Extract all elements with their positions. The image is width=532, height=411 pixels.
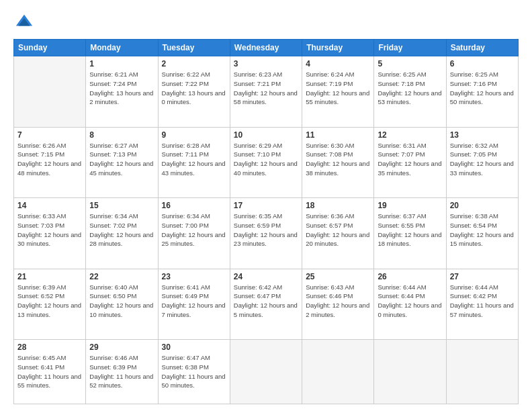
day-number: 24 xyxy=(234,272,298,281)
day-number: 11 xyxy=(306,130,370,140)
day-number: 13 xyxy=(450,130,515,140)
day-number: 8 xyxy=(89,130,154,140)
day-number: 30 xyxy=(162,342,226,352)
calendar-cell: 30Sunrise: 6:47 AM Sunset: 6:38 PM Dayli… xyxy=(158,340,230,404)
calendar-cell: 14Sunrise: 6:33 AM Sunset: 7:03 PM Dayli… xyxy=(14,198,86,269)
day-info: Sunrise: 6:35 AM Sunset: 6:59 PM Dayligh… xyxy=(234,212,298,248)
calendar-cell: 2Sunrise: 6:22 AM Sunset: 7:22 PM Daylig… xyxy=(158,56,230,128)
day-info: Sunrise: 6:25 AM Sunset: 7:16 PM Dayligh… xyxy=(450,70,515,107)
week-row-1: 1Sunrise: 6:21 AM Sunset: 7:24 PM Daylig… xyxy=(14,56,519,128)
calendar-cell: 20Sunrise: 6:38 AM Sunset: 6:54 PM Dayli… xyxy=(446,198,518,269)
day-info: Sunrise: 6:29 AM Sunset: 7:10 PM Dayligh… xyxy=(234,141,298,178)
day-info: Sunrise: 6:36 AM Sunset: 6:57 PM Dayligh… xyxy=(306,212,370,248)
calendar-cell xyxy=(230,340,302,404)
day-number: 18 xyxy=(306,201,370,210)
day-number: 22 xyxy=(89,272,154,281)
week-row-5: 28Sunrise: 6:45 AM Sunset: 6:41 PM Dayli… xyxy=(14,340,519,404)
calendar-cell: 12Sunrise: 6:31 AM Sunset: 7:07 PM Dayli… xyxy=(374,127,446,198)
calendar-cell: 11Sunrise: 6:30 AM Sunset: 7:08 PM Dayli… xyxy=(302,127,374,198)
day-info: Sunrise: 6:44 AM Sunset: 6:42 PM Dayligh… xyxy=(450,283,515,320)
week-row-2: 7Sunrise: 6:26 AM Sunset: 7:15 PM Daylig… xyxy=(14,127,519,198)
day-number: 10 xyxy=(234,130,298,140)
calendar-cell: 16Sunrise: 6:34 AM Sunset: 7:00 PM Dayli… xyxy=(158,198,230,269)
day-number: 20 xyxy=(450,201,515,210)
day-info: Sunrise: 6:46 AM Sunset: 6:39 PM Dayligh… xyxy=(89,353,154,390)
calendar-cell: 29Sunrise: 6:46 AM Sunset: 6:39 PM Dayli… xyxy=(86,340,158,404)
logo xyxy=(13,12,34,32)
day-number: 23 xyxy=(162,272,226,281)
day-number: 5 xyxy=(378,59,442,68)
day-info: Sunrise: 6:37 AM Sunset: 6:55 PM Dayligh… xyxy=(378,212,442,248)
calendar-cell xyxy=(14,56,86,128)
day-info: Sunrise: 6:34 AM Sunset: 7:02 PM Dayligh… xyxy=(89,212,154,248)
weekday-header-thursday: Thursday xyxy=(302,40,374,56)
day-info: Sunrise: 6:23 AM Sunset: 7:21 PM Dayligh… xyxy=(234,70,298,107)
day-info: Sunrise: 6:31 AM Sunset: 7:07 PM Dayligh… xyxy=(378,141,442,178)
day-info: Sunrise: 6:30 AM Sunset: 7:08 PM Dayligh… xyxy=(306,141,370,178)
calendar-cell: 10Sunrise: 6:29 AM Sunset: 7:10 PM Dayli… xyxy=(230,127,302,198)
calendar-cell: 21Sunrise: 6:39 AM Sunset: 6:52 PM Dayli… xyxy=(14,269,86,340)
calendar-cell: 24Sunrise: 6:42 AM Sunset: 6:47 PM Dayli… xyxy=(230,269,302,340)
weekday-header-wednesday: Wednesday xyxy=(230,40,302,56)
calendar-cell: 28Sunrise: 6:45 AM Sunset: 6:41 PM Dayli… xyxy=(14,340,86,404)
weekday-header-row: SundayMondayTuesdayWednesdayThursdayFrid… xyxy=(14,40,519,56)
day-info: Sunrise: 6:32 AM Sunset: 7:05 PM Dayligh… xyxy=(450,141,515,178)
day-number: 29 xyxy=(89,342,154,352)
day-number: 19 xyxy=(378,201,442,210)
page: SundayMondayTuesdayWednesdayThursdayFrid… xyxy=(0,0,532,411)
day-info: Sunrise: 6:40 AM Sunset: 6:50 PM Dayligh… xyxy=(89,283,154,320)
day-number: 16 xyxy=(162,201,226,210)
week-row-4: 21Sunrise: 6:39 AM Sunset: 6:52 PM Dayli… xyxy=(14,269,519,340)
calendar-cell: 1Sunrise: 6:21 AM Sunset: 7:24 PM Daylig… xyxy=(86,56,158,128)
day-number: 21 xyxy=(17,272,82,281)
calendar-cell xyxy=(302,340,374,404)
calendar-cell: 4Sunrise: 6:24 AM Sunset: 7:19 PM Daylig… xyxy=(302,56,374,128)
week-row-3: 14Sunrise: 6:33 AM Sunset: 7:03 PM Dayli… xyxy=(14,198,519,269)
calendar-cell xyxy=(446,340,518,404)
calendar-cell: 23Sunrise: 6:41 AM Sunset: 6:49 PM Dayli… xyxy=(158,269,230,340)
calendar: SundayMondayTuesdayWednesdayThursdayFrid… xyxy=(13,39,519,404)
calendar-cell: 7Sunrise: 6:26 AM Sunset: 7:15 PM Daylig… xyxy=(14,127,86,198)
day-number: 7 xyxy=(17,130,82,140)
weekday-header-saturday: Saturday xyxy=(446,40,518,56)
calendar-cell: 19Sunrise: 6:37 AM Sunset: 6:55 PM Dayli… xyxy=(374,198,446,269)
day-number: 6 xyxy=(450,59,515,68)
day-number: 12 xyxy=(378,130,442,140)
day-info: Sunrise: 6:42 AM Sunset: 6:47 PM Dayligh… xyxy=(234,283,298,320)
day-info: Sunrise: 6:25 AM Sunset: 7:18 PM Dayligh… xyxy=(378,70,442,107)
day-number: 9 xyxy=(162,130,226,140)
day-number: 2 xyxy=(162,59,226,68)
day-number: 3 xyxy=(234,59,298,68)
weekday-header-tuesday: Tuesday xyxy=(158,40,230,56)
day-number: 28 xyxy=(17,342,82,352)
calendar-cell: 18Sunrise: 6:36 AM Sunset: 6:57 PM Dayli… xyxy=(302,198,374,269)
calendar-cell: 22Sunrise: 6:40 AM Sunset: 6:50 PM Dayli… xyxy=(86,269,158,340)
day-number: 15 xyxy=(89,201,154,210)
day-number: 4 xyxy=(306,59,370,68)
calendar-cell: 13Sunrise: 6:32 AM Sunset: 7:05 PM Dayli… xyxy=(446,127,518,198)
calendar-cell: 8Sunrise: 6:27 AM Sunset: 7:13 PM Daylig… xyxy=(86,127,158,198)
day-info: Sunrise: 6:34 AM Sunset: 7:00 PM Dayligh… xyxy=(162,212,226,248)
day-info: Sunrise: 6:21 AM Sunset: 7:24 PM Dayligh… xyxy=(89,70,154,107)
day-info: Sunrise: 6:27 AM Sunset: 7:13 PM Dayligh… xyxy=(89,141,154,178)
day-number: 1 xyxy=(89,59,154,68)
day-number: 26 xyxy=(378,272,442,281)
day-number: 17 xyxy=(234,201,298,210)
day-info: Sunrise: 6:43 AM Sunset: 6:46 PM Dayligh… xyxy=(306,283,370,320)
day-info: Sunrise: 6:22 AM Sunset: 7:22 PM Dayligh… xyxy=(162,70,226,107)
calendar-cell: 9Sunrise: 6:28 AM Sunset: 7:11 PM Daylig… xyxy=(158,127,230,198)
day-info: Sunrise: 6:26 AM Sunset: 7:15 PM Dayligh… xyxy=(17,141,82,178)
calendar-cell: 27Sunrise: 6:44 AM Sunset: 6:42 PM Dayli… xyxy=(446,269,518,340)
calendar-cell: 17Sunrise: 6:35 AM Sunset: 6:59 PM Dayli… xyxy=(230,198,302,269)
day-info: Sunrise: 6:28 AM Sunset: 7:11 PM Dayligh… xyxy=(162,141,226,178)
day-info: Sunrise: 6:44 AM Sunset: 6:44 PM Dayligh… xyxy=(378,283,442,320)
weekday-header-sunday: Sunday xyxy=(14,40,86,56)
day-info: Sunrise: 6:24 AM Sunset: 7:19 PM Dayligh… xyxy=(306,70,370,107)
calendar-cell xyxy=(374,340,446,404)
day-info: Sunrise: 6:41 AM Sunset: 6:49 PM Dayligh… xyxy=(162,283,226,320)
calendar-cell: 25Sunrise: 6:43 AM Sunset: 6:46 PM Dayli… xyxy=(302,269,374,340)
logo-icon xyxy=(15,12,34,31)
day-info: Sunrise: 6:47 AM Sunset: 6:38 PM Dayligh… xyxy=(162,353,226,390)
day-info: Sunrise: 6:39 AM Sunset: 6:52 PM Dayligh… xyxy=(17,283,82,320)
day-number: 14 xyxy=(17,201,82,210)
